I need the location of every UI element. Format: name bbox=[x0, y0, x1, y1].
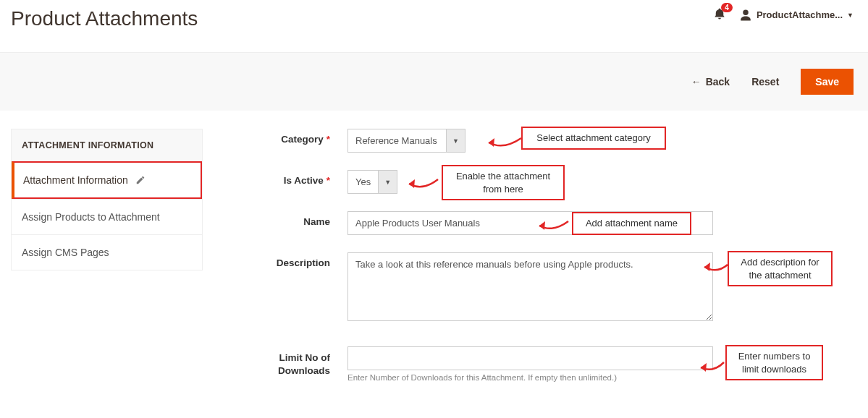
category-value: Reference Manuals bbox=[348, 129, 446, 152]
chevron-down-icon: ▼ bbox=[847, 12, 854, 19]
callout-limit: Enter numbers to limit downloads bbox=[725, 345, 823, 380]
sidebar-item-assign-products[interactable]: Assign Products to Attachment bbox=[12, 199, 202, 234]
sidebar-heading: ATTACHMENT INFORMATION bbox=[12, 129, 202, 161]
row-limit: Limit No of Downloads Enter Number of Do… bbox=[228, 346, 727, 382]
form-panel: Category* Reference Manuals ▼ Select att… bbox=[228, 129, 857, 399]
header-actions: 4 ProductAttachme... ▼ bbox=[713, 7, 854, 22]
user-menu[interactable]: ProductAttachme... ▼ bbox=[739, 9, 854, 22]
svg-marker-0 bbox=[489, 138, 494, 147]
back-label: Back bbox=[706, 76, 730, 88]
is-active-value: Yes bbox=[348, 171, 378, 193]
notification-count: 4 bbox=[721, 3, 733, 12]
annotation-arrow bbox=[481, 132, 525, 150]
main-content: ATTACHMENT INFORMATION Attachment Inform… bbox=[0, 111, 868, 417]
reset-button[interactable]: Reset bbox=[751, 76, 779, 88]
row-is-active: Is Active* Yes ▼ Enable the attachment f… bbox=[228, 170, 727, 194]
notifications-button[interactable]: 4 bbox=[713, 7, 726, 22]
limit-input[interactable] bbox=[347, 346, 713, 370]
sidebar: ATTACHMENT INFORMATION Attachment Inform… bbox=[11, 129, 203, 270]
pencil-icon bbox=[135, 175, 146, 185]
callout-active: Enable the attachment from here bbox=[442, 165, 565, 200]
chevron-down-icon: ▼ bbox=[378, 171, 397, 193]
label-name: Name bbox=[228, 211, 347, 227]
row-description: Description Add description for the atta… bbox=[228, 252, 727, 323]
row-category: Category* Reference Manuals ▼ Select att… bbox=[228, 129, 727, 153]
user-icon bbox=[739, 9, 752, 22]
sidebar-item-assign-cms[interactable]: Assign CMS Pages bbox=[12, 234, 202, 270]
callout-description: Add description for the attachment bbox=[728, 251, 833, 286]
callout-category: Select attachment category bbox=[521, 127, 666, 150]
is-active-select[interactable]: Yes ▼ bbox=[347, 170, 397, 194]
chevron-down-icon: ▼ bbox=[446, 129, 465, 152]
action-toolbar: ← Back Reset Save bbox=[0, 52, 868, 111]
label-is-active: Is Active* bbox=[228, 170, 347, 186]
back-button[interactable]: ← Back bbox=[691, 76, 730, 88]
user-name: ProductAttachme... bbox=[757, 9, 843, 20]
save-button[interactable]: Save bbox=[801, 69, 854, 95]
label-category: Category* bbox=[228, 129, 347, 145]
annotation-arrow bbox=[402, 174, 442, 192]
row-name: Name Add attachment name bbox=[228, 211, 727, 235]
svg-marker-1 bbox=[409, 179, 415, 188]
category-select[interactable]: Reference Manuals ▼ bbox=[347, 129, 465, 153]
page-header: Product Attachments 4 ProductAttachme...… bbox=[0, 0, 868, 52]
sidebar-item-attachment-info[interactable]: Attachment Information bbox=[12, 161, 202, 199]
description-textarea[interactable] bbox=[347, 252, 713, 321]
page-title: Product Attachments bbox=[11, 7, 198, 30]
callout-name: Add attachment name bbox=[572, 212, 691, 235]
limit-hint: Enter Number of Downloads for this Attac… bbox=[347, 373, 727, 382]
label-limit: Limit No of Downloads bbox=[228, 346, 347, 377]
arrow-left-icon: ← bbox=[691, 76, 701, 88]
sidebar-item-label: Attachment Information bbox=[23, 174, 128, 186]
label-description: Description bbox=[228, 252, 347, 268]
